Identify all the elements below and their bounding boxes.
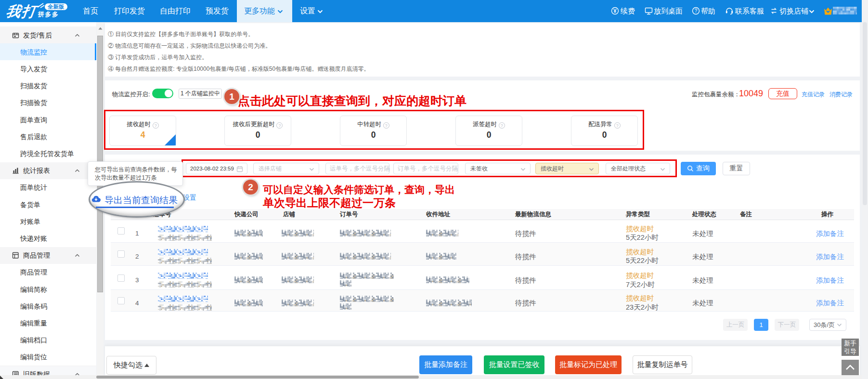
svg-text:?: ? (695, 8, 698, 13)
